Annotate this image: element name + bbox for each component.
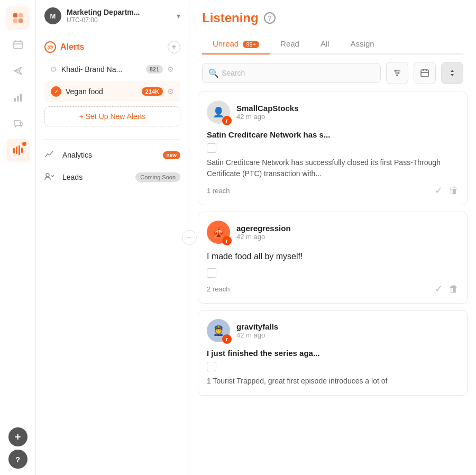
calendar-filter-button[interactable] (414, 62, 436, 84)
tab-read[interactable]: Read (270, 34, 310, 53)
main-content: Listening ? Unread 99+ Read All Assign 🔍 (189, 0, 476, 475)
svg-point-20 (395, 70, 397, 72)
nav-analytics-item[interactable]: Analytics new (36, 144, 189, 166)
nav-send[interactable] (6, 59, 30, 83)
card-2-actions: ✓ 🗑 (435, 283, 459, 295)
analytics-nav-label: Analytics (62, 151, 157, 159)
card-3-title: I just finished the series aga... (207, 349, 459, 358)
org-avatar: M (44, 7, 61, 24)
card-1-avatar: 👤 r (207, 101, 230, 124)
tab-assign[interactable]: Assign (340, 34, 385, 53)
nav-analytics[interactable] (6, 86, 30, 109)
tabs-bar: Unread 99+ Read All Assign (202, 34, 463, 54)
tab-all-label: All (321, 39, 329, 48)
card-2-check-action[interactable]: ✓ (435, 283, 443, 295)
add-alert-button[interactable]: + (168, 41, 180, 53)
svg-rect-13 (16, 147, 17, 154)
svg-point-22 (397, 75, 398, 76)
card-2-reach: 2 reach (207, 285, 230, 293)
feed-card-2: 🎪 r ageregression 42 m ago I made food a… (198, 212, 468, 304)
card-2-username: ageregression (236, 224, 459, 233)
card-1-checkbox[interactable] (207, 143, 216, 153)
divider-1 (44, 139, 180, 140)
search-bar: 🔍 (189, 54, 476, 92)
svg-rect-23 (421, 70, 428, 77)
card-2-footer: 2 reach ✓ 🗑 (207, 283, 459, 295)
feed-card-1: 👤 r SmallCapStocks 42 m ago Satin Credit… (198, 92, 468, 205)
card-2-time: 42 m ago (236, 233, 459, 241)
tab-assign-label: Assign (351, 39, 374, 48)
svg-rect-3 (19, 19, 23, 23)
card-1-reach: 1 reach (207, 187, 230, 195)
alerts-label: Alerts (60, 42, 84, 52)
nav-leads-item[interactable]: Leads Coming Soon (36, 166, 189, 188)
card-1-actions: ✓ 🗑 (435, 185, 459, 196)
reddit-badge-1: r (222, 116, 232, 125)
org-header[interactable]: M Marketing Departm... UTC-07:00 ▾ (36, 0, 189, 32)
card-3-checkbox[interactable] (207, 362, 216, 371)
svg-rect-12 (13, 148, 15, 153)
card-2-checkbox[interactable] (207, 268, 216, 278)
svg-point-16 (46, 173, 49, 177)
reddit-badge-2: r (222, 236, 232, 245)
main-title-area: Listening ? (202, 11, 463, 25)
svg-rect-9 (14, 98, 16, 102)
nav-calendar[interactable] (6, 33, 30, 56)
card-2-body: I made food all by myself! (207, 250, 459, 263)
card-3-meta: gravityfalls 42 m ago (236, 322, 459, 339)
setup-new-alerts-button[interactable]: + Set Up New Alerts (44, 106, 180, 126)
add-button[interactable]: + (8, 427, 28, 446)
leads-badge: Coming Soon (135, 172, 180, 182)
tab-unread-label: Unread (213, 39, 239, 48)
active-check-vegan: ✓ (51, 86, 61, 97)
sort-button[interactable] (441, 62, 463, 84)
leads-nav-icon (44, 171, 56, 183)
unread-badge: 99+ (243, 41, 259, 48)
svg-rect-14 (19, 145, 20, 155)
card-2-header: 🎪 r ageregression 42 m ago (207, 221, 459, 244)
listening-help-icon[interactable]: ? (264, 12, 276, 24)
tab-unread[interactable]: Unread 99+ (202, 34, 270, 54)
help-button[interactable]: ? (8, 450, 28, 469)
leads-nav-label: Leads (62, 173, 129, 181)
alerts-section: @ Alerts + Khadi- Brand Na... 821 ⚙ ✓ Ve… (36, 32, 189, 135)
card-2-meta: ageregression 42 m ago (236, 224, 459, 241)
org-chevron[interactable]: ▾ (177, 12, 180, 20)
nav-chat[interactable] (6, 112, 30, 135)
card-3-header: 👮 r gravityfalls 42 m ago (207, 319, 459, 342)
alert-item-khadi[interactable]: Khadi- Brand Na... 821 ⚙ (44, 60, 180, 79)
alert-name-vegan: Vegan food (66, 87, 142, 96)
sidebar-collapse-button[interactable]: ← (182, 230, 197, 245)
card-1-meta: SmallCapStocks 42 m ago (236, 104, 459, 121)
tab-all[interactable]: All (310, 34, 340, 53)
sidebar: M Marketing Departm... UTC-07:00 ▾ @ Ale… (36, 0, 189, 475)
reddit-badge-3: r (222, 334, 232, 344)
nav-logo[interactable] (6, 6, 30, 30)
svg-rect-11 (20, 94, 22, 102)
org-info: Marketing Departm... UTC-07:00 (67, 8, 171, 24)
alert-badge-khadi: 821 (146, 65, 163, 74)
nav-listening[interactable] (6, 139, 30, 162)
main-header: Listening ? Unread 99+ Read All Assign (189, 0, 476, 54)
analytics-badge: new (163, 151, 180, 159)
card-2-avatar: 🎪 r (207, 221, 230, 244)
card-1-delete-action[interactable]: 🗑 (449, 185, 459, 196)
nav-badge (22, 142, 26, 146)
search-input[interactable] (202, 63, 381, 83)
card-2-delete-action[interactable]: 🗑 (449, 284, 459, 295)
icon-nav: + ? (0, 0, 36, 475)
settings-icon-vegan[interactable]: ⚙ (167, 87, 174, 96)
card-3-time: 42 m ago (236, 331, 459, 339)
card-3-username: gravityfalls (236, 322, 459, 331)
at-icon: @ (44, 41, 56, 53)
svg-point-21 (398, 72, 400, 74)
filter-button[interactable] (386, 62, 408, 84)
card-1-check-action[interactable]: ✓ (435, 185, 443, 196)
page-title: Listening (202, 11, 259, 25)
org-name: Marketing Departm... (67, 8, 171, 16)
feed: 👤 r SmallCapStocks 42 m ago Satin Credit… (189, 92, 476, 475)
card-1-time: 42 m ago (236, 113, 459, 121)
svg-rect-0 (13, 13, 17, 17)
settings-icon-khadi[interactable]: ⚙ (167, 65, 174, 74)
alert-item-vegan[interactable]: ✓ Vegan food 214K ⚙ (44, 81, 180, 102)
